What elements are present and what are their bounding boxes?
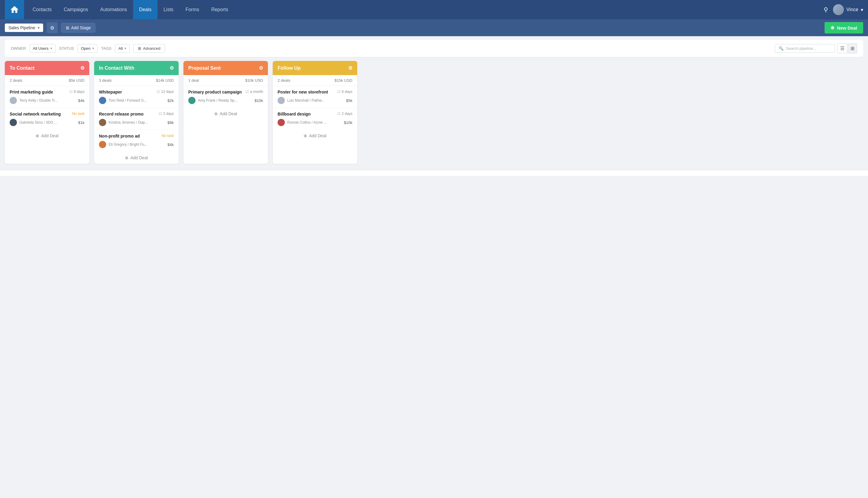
home-button[interactable]	[5, 0, 24, 19]
col-title: In Contact With	[99, 65, 134, 71]
gear-icon: ⚙	[50, 25, 54, 31]
deal-avatar	[99, 141, 106, 148]
nav-automations[interactable]: Automations	[94, 0, 133, 19]
deal-card[interactable]: Non-profit promo ad No task Eli Gregory …	[94, 130, 179, 152]
new-deal-plus-icon: ⊕	[831, 25, 834, 30]
deal-contact: Amy Frank / Ready Sp...	[188, 97, 237, 104]
col-gear-icon[interactable]: ⚙	[170, 65, 174, 71]
deal-header: Billboard design ☑2 days	[278, 112, 352, 116]
deal-footer: Ronnie Collins / Acme ... $10k	[278, 119, 352, 126]
add-deal-label: Add Deal	[41, 133, 58, 138]
deals-count: 2 deals	[10, 78, 22, 83]
deal-contact-name: Ronnie Collins / Acme ...	[287, 120, 327, 124]
filter-bar: OWNER All Users ▾ STATUS Open ▾ TAGS All…	[5, 40, 863, 57]
deal-contact-name: Amy Frank / Ready Sp...	[198, 98, 237, 103]
nav-lists[interactable]: Lists	[157, 0, 180, 19]
add-deal-icon: ⊕	[36, 133, 39, 138]
page-footer	[0, 170, 868, 176]
search-input[interactable]: 🔍 Search pipeline...	[775, 44, 835, 53]
status-label: STATUS	[59, 46, 74, 51]
deal-card[interactable]: Record release promo ☑2 days Kristina Ji…	[94, 108, 179, 130]
owner-select[interactable]: All Users ▾	[29, 44, 55, 53]
col-gear-icon[interactable]: ⚙	[259, 65, 263, 71]
deal-avatar	[278, 119, 285, 126]
deal-value: $5k	[346, 98, 352, 103]
kanban-board: To Contact ⚙ 2 deals $5k USD Print marke…	[0, 61, 868, 170]
deal-task: ☑2 days	[159, 112, 174, 116]
deal-contact: Ronnie Collins / Acme ...	[278, 119, 327, 126]
kanban-col-proposal-sent: Proposal Sent ⚙ 1 deal $10k USD Primary …	[183, 61, 268, 164]
user-menu[interactable]: Vince ▾	[833, 4, 863, 15]
deals-total: $15k USD	[334, 78, 352, 83]
deal-footer: Kristina Jimenez / Dap... $8k	[99, 119, 174, 126]
deal-contact-name: Kristina Jimenez / Dap...	[109, 120, 148, 124]
search-placeholder: Search pipeline...	[786, 46, 816, 51]
deal-name: Social network marketing	[10, 112, 72, 116]
search-icon[interactable]: ⚲	[824, 6, 828, 13]
deal-contact: Tom Reid / Forward S...	[99, 97, 147, 104]
add-deal-button-in-contact-with[interactable]: ⊕Add Deal	[94, 152, 179, 164]
tags-label: TAGS	[101, 46, 111, 51]
pipeline-chevron-icon: ▾	[38, 26, 40, 30]
deal-value: $2k	[168, 98, 174, 103]
deal-card[interactable]: Print marketing guide ☑8 days Terry Kell…	[5, 86, 89, 108]
deal-task: ☑a month	[246, 90, 263, 94]
col-header-proposal-sent: Proposal Sent ⚙	[183, 61, 268, 75]
toolbar: Sales Pipeline ▾ ⚙ ⊞ Add Stage ⊕ New Dea…	[0, 19, 868, 36]
nav-deals[interactable]: Deals	[133, 0, 157, 19]
tags-select[interactable]: All ▾	[115, 44, 129, 53]
deals-total: $5k USD	[69, 78, 84, 83]
deal-card[interactable]: Poster for new storefront ☑6 days Luis M…	[273, 86, 357, 108]
deal-footer: Terry Kelly / Double Tr... $4k	[10, 97, 84, 104]
add-deal-button-proposal-sent[interactable]: ⊕Add Deal	[183, 108, 268, 120]
add-deal-button-to-contact[interactable]: ⊕Add Deal	[5, 130, 89, 142]
deal-avatar	[188, 97, 196, 104]
deal-contact: Luis Marshall / Pathw...	[278, 97, 324, 104]
deal-card[interactable]: Primary product campaign ☑a month Amy Fr…	[183, 86, 268, 108]
deal-card[interactable]: Social network marketing No task Gabriel…	[5, 108, 89, 130]
deal-value: $4k	[78, 98, 84, 103]
add-stage-button[interactable]: ⊞ Add Stage	[61, 23, 95, 32]
deal-header: Poster for new storefront ☑6 days	[278, 90, 352, 94]
col-title: To Contact	[10, 65, 35, 71]
deal-avatar	[10, 119, 17, 126]
deal-avatar	[99, 97, 106, 104]
advanced-button[interactable]: ⊞ Advanced	[133, 44, 165, 53]
add-deal-label: Add Deal	[220, 111, 237, 116]
check-icon: ☑	[246, 90, 249, 94]
deal-avatar	[99, 119, 106, 126]
deal-task: ☑12 days	[157, 90, 174, 94]
pipeline-selector[interactable]: Sales Pipeline ▾	[5, 24, 43, 32]
nav-reports[interactable]: Reports	[205, 0, 234, 19]
new-deal-button[interactable]: ⊕ New Deal	[825, 22, 863, 34]
deal-value: $10k	[255, 98, 263, 103]
deal-header: Whitepaper ☑12 days	[99, 90, 174, 94]
nav-right: ⚲ Vince ▾	[824, 4, 863, 15]
col-stats-proposal-sent: 1 deal $10k USD	[183, 75, 268, 86]
add-deal-label: Add Deal	[130, 155, 148, 160]
status-select[interactable]: Open ▾	[78, 44, 97, 53]
add-deal-button-follow-up[interactable]: ⊕Add Deal	[273, 130, 357, 142]
add-stage-icon: ⊞	[66, 25, 69, 30]
nav-contacts[interactable]: Contacts	[27, 0, 57, 19]
deal-card[interactable]: Billboard design ☑2 days Ronnie Collins …	[273, 108, 357, 130]
nav-forms[interactable]: Forms	[180, 0, 205, 19]
deal-footer: Amy Frank / Ready Sp... $10k	[188, 97, 263, 104]
kanban-view-button[interactable]: ⊞	[848, 43, 857, 53]
deals-count: 3 deals	[99, 78, 111, 83]
deal-contact-name: Eli Gregory / Bright Fu...	[109, 142, 147, 147]
kanban-col-in-contact-with: In Contact With ⚙ 3 deals $14k USD White…	[94, 61, 179, 164]
filter-icon: ⊞	[138, 46, 141, 51]
deal-contact-name: Terry Kelly / Double Tr...	[19, 98, 57, 103]
deal-avatar	[10, 97, 17, 104]
view-toggle: ☰ ⊞	[838, 43, 857, 53]
list-view-button[interactable]: ☰	[838, 43, 847, 53]
deal-card[interactable]: Whitepaper ☑12 days Tom Reid / Forward S…	[94, 86, 179, 108]
nav-campaigns[interactable]: Campaigns	[57, 0, 94, 19]
deal-header: Record release promo ☑2 days	[99, 112, 174, 116]
col-gear-icon[interactable]: ⚙	[80, 65, 84, 71]
owner-chevron-icon: ▾	[50, 47, 52, 50]
deal-task: ☑2 days	[337, 112, 352, 116]
pipeline-settings-button[interactable]: ⚙	[47, 22, 57, 33]
col-gear-icon[interactable]: ⚙	[348, 65, 352, 71]
